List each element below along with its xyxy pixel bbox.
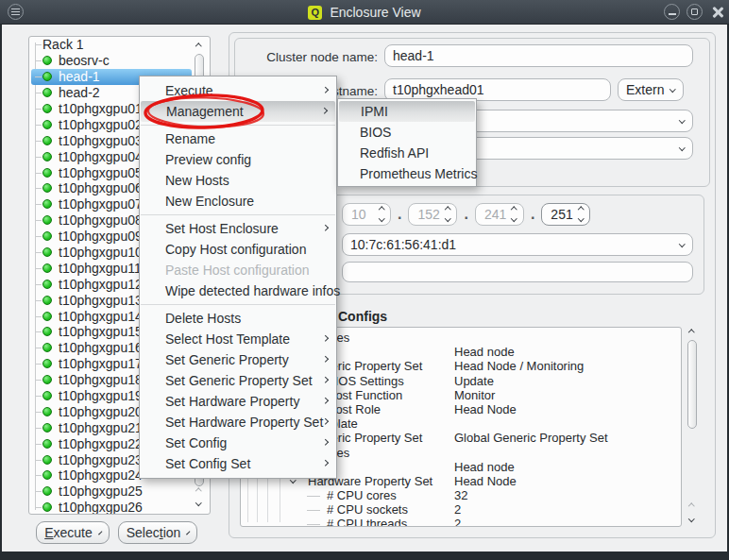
ip-octet-spinbox[interactable]: 241	[475, 203, 524, 226]
menu-item[interactable]: Delete Hosts	[140, 308, 336, 329]
scroll-up-icon[interactable]	[688, 330, 694, 335]
spin-down-icon[interactable]	[511, 215, 517, 221]
status-dot-icon	[42, 359, 52, 368]
menu-item-label: Set Generic Property	[165, 352, 289, 367]
menu-item[interactable]: Set Generic Property	[140, 349, 336, 370]
chevron-down-icon	[98, 531, 102, 535]
menu-item-label: Paste Host configuration	[165, 263, 310, 278]
menu-item[interactable]: Copy Host configuration	[140, 239, 336, 260]
menu-item-label: Rename	[165, 131, 215, 146]
menu-item[interactable]: New Enclosure	[140, 191, 336, 212]
menu-item[interactable]: Wipe detected hardware infos	[140, 280, 336, 301]
tree-item[interactable]: t10phgxgpu26	[31, 500, 192, 515]
config-name: # CPU sockets	[327, 502, 408, 517]
submenu-item[interactable]: Redfish API	[338, 143, 476, 163]
tree-item[interactable]: beosrv-c	[31, 53, 192, 69]
tree-item-label: t10phgxgpu08	[59, 212, 143, 228]
configs-label: Configs	[338, 309, 387, 324]
submenu-item-label: Redfish API	[360, 145, 429, 161]
menu-item[interactable]: Set Config Set	[140, 453, 336, 474]
tree-item[interactable]: t10phgxgpu25	[31, 484, 192, 500]
status-dot-icon	[42, 280, 52, 289]
menu-item[interactable]: Set Host Enclosure	[140, 218, 336, 239]
close-button[interactable]	[709, 4, 725, 20]
tree-item[interactable]: Rack 1	[31, 37, 192, 53]
menu-item-label: Execute	[165, 83, 213, 98]
status-dot-icon	[42, 470, 52, 480]
selection-button-label: Selection	[127, 525, 181, 540]
spin-down-icon[interactable]	[445, 215, 450, 221]
submenu-arrow-icon	[322, 225, 328, 230]
configs-scrollbar-thumb[interactable]	[687, 340, 697, 429]
menu-item[interactable]: Paste Host configuration	[140, 260, 336, 280]
spin-up-icon[interactable]	[445, 207, 450, 212]
spinbox-arrows[interactable]	[512, 208, 517, 220]
spin-up-icon[interactable]	[379, 207, 384, 212]
submenu-item[interactable]: BIOS	[338, 122, 476, 143]
selection-button[interactable]: Selection	[118, 521, 197, 544]
mac-address-select[interactable]: 10:7c:61:56:41:d1	[342, 233, 693, 256]
extra-network-input[interactable]	[342, 262, 693, 282]
scroll-up-icon[interactable]	[195, 43, 201, 49]
enclosure-view-window: Q Enclosure View Rack 1 beosrv	[0, 0, 729, 560]
menu-item[interactable]: Preview config	[140, 149, 336, 170]
spinbox-arrows[interactable]	[380, 208, 384, 220]
menu-item[interactable]: Execute	[140, 80, 336, 101]
tree-item-label: t10phgxgpu26	[59, 500, 143, 515]
tree-item-label: t10phgxgpu04	[59, 149, 143, 164]
status-dot-icon	[42, 247, 52, 257]
menu-item-label: Management	[166, 104, 244, 119]
submenu-item[interactable]: Prometheus Metrics	[338, 163, 476, 184]
tree-item-label: head-1	[59, 69, 100, 84]
menu-item[interactable]: Set Hardware Property Set	[140, 412, 336, 433]
status-dot-icon	[42, 88, 52, 97]
config-row[interactable]: # CPU threads 2	[241, 517, 681, 527]
ip-dot-separator: .	[398, 206, 401, 226]
configs-scrollbar[interactable]	[686, 327, 701, 527]
scroll-down-icon[interactable]	[688, 516, 694, 521]
ip-octet-spinbox[interactable]: 251	[541, 203, 590, 226]
tree-item-label: Rack 1	[42, 37, 84, 52]
maximize-button[interactable]	[687, 4, 703, 20]
config-value: Head node	[454, 345, 515, 359]
tree-item-label: t10phgxgpu06	[59, 180, 143, 195]
menu-item[interactable]: Set Config	[140, 433, 336, 453]
minimize-button[interactable]	[664, 4, 680, 20]
status-dot-icon	[42, 375, 52, 384]
status-dot-icon	[42, 263, 52, 273]
menu-item[interactable]: Rename	[140, 128, 336, 149]
spinbox-arrows[interactable]	[446, 208, 450, 220]
menu-item-label: Set Config Set	[165, 456, 250, 471]
spin-up-icon[interactable]	[578, 207, 584, 212]
status-dot-icon	[42, 455, 52, 465]
spin-down-icon[interactable]	[379, 215, 384, 221]
tree-item-label: t10phgxgpu20	[59, 404, 143, 419]
menu-item[interactable]: New Hosts	[140, 170, 336, 191]
config-value: Update	[454, 374, 494, 388]
menu-item[interactable]: Management	[141, 101, 335, 122]
ip-octet-spinbox[interactable]: 10	[342, 203, 391, 226]
spin-down-icon[interactable]	[578, 215, 584, 221]
submenu-item[interactable]: IPMI	[339, 101, 475, 122]
config-row[interactable]: # CPU cores 32	[241, 488, 681, 502]
status-dot-icon	[42, 439, 52, 449]
submenu-arrow-icon	[322, 377, 328, 382]
scroll-down-icon[interactable]	[195, 500, 201, 505]
menu-item[interactable]: Set Hardware Property	[140, 391, 336, 412]
interface-type-select[interactable]: Extern	[618, 78, 684, 101]
menu-item-label: Set Hardware Property	[165, 394, 299, 409]
menu-item[interactable]: Set Generic Property Set	[140, 370, 336, 391]
cluster-node-name-input[interactable]: head-1	[384, 44, 693, 67]
config-row[interactable]: # CPU sockets 2	[241, 502, 681, 517]
config-value: 2	[454, 517, 461, 527]
scroll-up-icon[interactable]	[688, 503, 694, 509]
ip-octet-spinbox[interactable]: 152	[408, 203, 457, 226]
tree-item-label: t10phgxgpu02	[59, 117, 143, 132]
menu-item[interactable]: Select Host Template	[140, 329, 336, 349]
execute-button[interactable]: Execute	[36, 521, 110, 544]
spin-up-icon[interactable]	[511, 207, 517, 212]
spinbox-arrows[interactable]	[579, 208, 584, 220]
scroll-up-icon[interactable]	[195, 488, 201, 494]
status-dot-icon	[42, 343, 52, 352]
tree-item-label: t10phgxgpu19	[59, 388, 143, 403]
